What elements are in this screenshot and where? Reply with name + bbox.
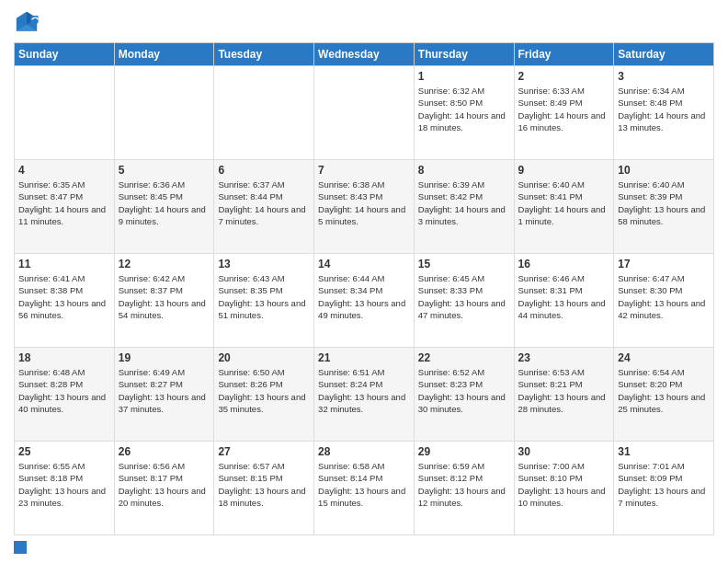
day-info: Sunrise: 6:59 AM Sunset: 8:12 PM Dayligh… xyxy=(418,460,510,509)
day-number: 21 xyxy=(318,351,410,364)
day-info: Sunrise: 6:51 AM Sunset: 8:24 PM Dayligh… xyxy=(318,366,410,415)
day-cell: 20Sunrise: 6:50 AM Sunset: 8:26 PM Dayli… xyxy=(214,348,314,442)
day-info: Sunrise: 6:41 AM Sunset: 8:38 PM Dayligh… xyxy=(18,272,110,321)
day-number: 25 xyxy=(18,445,110,458)
weekday-monday: Monday xyxy=(114,43,214,66)
day-cell xyxy=(214,66,314,160)
day-number: 5 xyxy=(119,164,210,177)
day-cell xyxy=(114,66,214,160)
day-number: 20 xyxy=(218,351,310,364)
week-row-3: 18Sunrise: 6:48 AM Sunset: 8:28 PM Dayli… xyxy=(15,348,714,442)
day-info: Sunrise: 6:36 AM Sunset: 8:45 PM Dayligh… xyxy=(119,178,210,227)
day-number: 18 xyxy=(18,351,110,364)
header xyxy=(14,9,714,35)
day-cell: 13Sunrise: 6:43 AM Sunset: 8:35 PM Dayli… xyxy=(214,254,314,348)
day-cell: 8Sunrise: 6:39 AM Sunset: 8:42 PM Daylig… xyxy=(414,160,514,254)
day-info: Sunrise: 6:47 AM Sunset: 8:30 PM Dayligh… xyxy=(618,272,710,321)
day-cell: 4Sunrise: 6:35 AM Sunset: 8:47 PM Daylig… xyxy=(15,160,115,254)
day-info: Sunrise: 6:57 AM Sunset: 8:15 PM Dayligh… xyxy=(218,460,310,509)
day-number: 30 xyxy=(518,445,610,458)
day-number: 17 xyxy=(618,258,710,270)
weekday-thursday: Thursday xyxy=(414,43,514,66)
day-number: 16 xyxy=(518,258,610,270)
day-number: 29 xyxy=(418,445,510,458)
day-number: 22 xyxy=(418,351,510,364)
day-info: Sunrise: 6:40 AM Sunset: 8:41 PM Dayligh… xyxy=(518,178,610,227)
weekday-saturday: Saturday xyxy=(614,43,714,66)
day-cell: 16Sunrise: 6:46 AM Sunset: 8:31 PM Dayli… xyxy=(514,254,614,348)
day-cell: 12Sunrise: 6:42 AM Sunset: 8:37 PM Dayli… xyxy=(114,254,214,348)
day-number: 11 xyxy=(18,258,110,270)
day-cell: 19Sunrise: 6:49 AM Sunset: 8:27 PM Dayli… xyxy=(114,348,214,442)
svg-rect-3 xyxy=(30,16,38,23)
day-info: Sunrise: 6:53 AM Sunset: 8:21 PM Dayligh… xyxy=(518,366,610,415)
day-cell: 26Sunrise: 6:56 AM Sunset: 8:17 PM Dayli… xyxy=(114,442,214,535)
day-number: 8 xyxy=(418,164,510,177)
day-info: Sunrise: 6:33 AM Sunset: 8:49 PM Dayligh… xyxy=(518,85,610,133)
day-cell: 15Sunrise: 6:45 AM Sunset: 8:33 PM Dayli… xyxy=(414,254,514,348)
day-cell: 21Sunrise: 6:51 AM Sunset: 8:24 PM Dayli… xyxy=(314,348,415,442)
legend xyxy=(14,541,714,554)
day-number: 15 xyxy=(418,258,510,270)
day-info: Sunrise: 6:55 AM Sunset: 8:18 PM Dayligh… xyxy=(18,460,110,509)
logo xyxy=(14,9,43,35)
day-info: Sunrise: 6:52 AM Sunset: 8:23 PM Dayligh… xyxy=(418,366,510,415)
day-number: 1 xyxy=(418,70,510,83)
week-row-2: 11Sunrise: 6:41 AM Sunset: 8:38 PM Dayli… xyxy=(15,254,714,348)
day-cell: 1Sunrise: 6:32 AM Sunset: 8:50 PM Daylig… xyxy=(414,66,514,160)
week-row-4: 25Sunrise: 6:55 AM Sunset: 8:18 PM Dayli… xyxy=(15,442,714,535)
day-info: Sunrise: 6:38 AM Sunset: 8:43 PM Dayligh… xyxy=(318,178,410,227)
weekday-wednesday: Wednesday xyxy=(314,43,415,66)
logo-icon xyxy=(14,9,40,35)
day-info: Sunrise: 6:44 AM Sunset: 8:34 PM Dayligh… xyxy=(318,272,410,321)
day-cell: 17Sunrise: 6:47 AM Sunset: 8:30 PM Dayli… xyxy=(614,254,714,348)
day-info: Sunrise: 6:56 AM Sunset: 8:17 PM Dayligh… xyxy=(119,460,210,509)
day-cell: 10Sunrise: 6:40 AM Sunset: 8:39 PM Dayli… xyxy=(614,160,714,254)
day-cell: 18Sunrise: 6:48 AM Sunset: 8:28 PM Dayli… xyxy=(15,348,115,442)
day-info: Sunrise: 6:45 AM Sunset: 8:33 PM Dayligh… xyxy=(418,272,510,321)
day-number: 3 xyxy=(618,70,710,83)
day-cell: 30Sunrise: 7:00 AM Sunset: 8:10 PM Dayli… xyxy=(514,442,614,535)
week-row-1: 4Sunrise: 6:35 AM Sunset: 8:47 PM Daylig… xyxy=(15,160,714,254)
calendar-table: SundayMondayTuesdayWednesdayThursdayFrid… xyxy=(14,42,714,535)
day-cell: 7Sunrise: 6:38 AM Sunset: 8:43 PM Daylig… xyxy=(314,160,415,254)
day-number: 19 xyxy=(119,351,210,364)
day-number: 9 xyxy=(518,164,610,177)
day-info: Sunrise: 7:01 AM Sunset: 8:09 PM Dayligh… xyxy=(618,460,710,509)
weekday-friday: Friday xyxy=(514,43,614,66)
day-number: 14 xyxy=(318,258,410,270)
day-info: Sunrise: 6:58 AM Sunset: 8:14 PM Dayligh… xyxy=(318,460,410,509)
weekday-header-row: SundayMondayTuesdayWednesdayThursdayFrid… xyxy=(15,43,714,66)
day-cell: 25Sunrise: 6:55 AM Sunset: 8:18 PM Dayli… xyxy=(15,442,115,535)
day-info: Sunrise: 6:48 AM Sunset: 8:28 PM Dayligh… xyxy=(18,366,110,415)
day-cell: 5Sunrise: 6:36 AM Sunset: 8:45 PM Daylig… xyxy=(114,160,214,254)
day-number: 4 xyxy=(18,164,110,177)
day-number: 27 xyxy=(218,445,310,458)
page: SundayMondayTuesdayWednesdayThursdayFrid… xyxy=(0,0,728,563)
day-info: Sunrise: 6:34 AM Sunset: 8:48 PM Dayligh… xyxy=(618,85,710,133)
day-cell: 3Sunrise: 6:34 AM Sunset: 8:48 PM Daylig… xyxy=(614,66,714,160)
day-cell: 29Sunrise: 6:59 AM Sunset: 8:12 PM Dayli… xyxy=(414,442,514,535)
day-cell: 14Sunrise: 6:44 AM Sunset: 8:34 PM Dayli… xyxy=(314,254,415,348)
day-cell: 9Sunrise: 6:40 AM Sunset: 8:41 PM Daylig… xyxy=(514,160,614,254)
day-cell: 11Sunrise: 6:41 AM Sunset: 8:38 PM Dayli… xyxy=(15,254,115,348)
day-number: 10 xyxy=(618,164,710,177)
day-cell: 23Sunrise: 6:53 AM Sunset: 8:21 PM Dayli… xyxy=(514,348,614,442)
day-cell xyxy=(314,66,415,160)
day-cell: 2Sunrise: 6:33 AM Sunset: 8:49 PM Daylig… xyxy=(514,66,614,160)
day-cell: 27Sunrise: 6:57 AM Sunset: 8:15 PM Dayli… xyxy=(214,442,314,535)
day-cell: 24Sunrise: 6:54 AM Sunset: 8:20 PM Dayli… xyxy=(614,348,714,442)
day-number: 24 xyxy=(618,351,710,364)
day-cell: 28Sunrise: 6:58 AM Sunset: 8:14 PM Dayli… xyxy=(314,442,415,535)
day-info: Sunrise: 6:37 AM Sunset: 8:44 PM Dayligh… xyxy=(218,178,310,227)
legend-color-box xyxy=(14,541,27,554)
day-number: 7 xyxy=(318,164,410,177)
day-info: Sunrise: 6:54 AM Sunset: 8:20 PM Dayligh… xyxy=(618,366,710,415)
day-cell xyxy=(15,66,115,160)
day-number: 6 xyxy=(218,164,310,177)
weekday-tuesday: Tuesday xyxy=(214,43,314,66)
day-info: Sunrise: 6:43 AM Sunset: 8:35 PM Dayligh… xyxy=(218,272,310,321)
day-info: Sunrise: 6:32 AM Sunset: 8:50 PM Dayligh… xyxy=(418,85,510,133)
day-info: Sunrise: 6:42 AM Sunset: 8:37 PM Dayligh… xyxy=(119,272,210,321)
day-number: 13 xyxy=(218,258,310,270)
